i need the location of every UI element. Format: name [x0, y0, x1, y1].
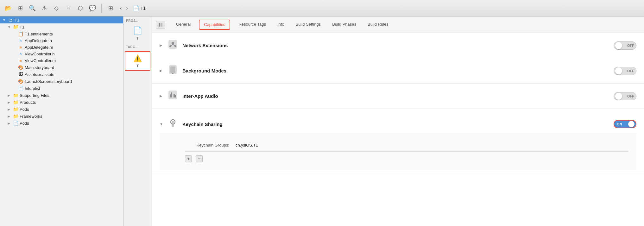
- tab-resource-tags[interactable]: Resource Tags: [233, 16, 271, 33]
- bottom-separator: [152, 173, 644, 173]
- sidebar-item-assets[interactable]: 🖼 Assets.xcassets: [0, 71, 123, 78]
- speech-icon[interactable]: 💬: [88, 4, 97, 13]
- capabilities-content: ▶ Network Extensions: [152, 33, 644, 226]
- sidebar-item-label: Supporting Files: [20, 93, 49, 98]
- sidebar-item-label: Assets.xcassets: [25, 72, 54, 77]
- capability-keychain-sharing: ▼ Keychain Sharing: [152, 109, 644, 170]
- sidebar-item-label: Pods: [20, 107, 29, 112]
- sidebar-root-t1[interactable]: ▼ 🗂 T1: [0, 16, 123, 23]
- sidebar-item-label: Frameworks: [20, 114, 42, 119]
- assets-icon: 🖼: [18, 72, 23, 77]
- toggle-off-switch[interactable]: OFF: [614, 41, 636, 50]
- warning-icon[interactable]: ⚠: [40, 4, 49, 13]
- folder-icon: 📁: [13, 107, 18, 112]
- grid2-icon[interactable]: ⊞: [106, 4, 115, 13]
- tab-bar: General Capabilities Resource Tags Info …: [152, 16, 644, 33]
- sidebar-item-pods[interactable]: ▶ 📁 Pods: [0, 106, 123, 113]
- tab-build-rules[interactable]: Build Rules: [362, 16, 394, 33]
- search-icon[interactable]: 🔍: [28, 4, 37, 13]
- main-layout: ▼ 🗂 T1 ▼ 📁 T1 📋 T1.entitlements h AppDel…: [0, 16, 644, 226]
- tab-info[interactable]: Info: [272, 16, 290, 33]
- remove-keychain-group-button[interactable]: −: [196, 155, 203, 162]
- sidebar-item-label: LaunchScreen.storyboard: [25, 79, 72, 84]
- toolbar-separator: [101, 4, 102, 13]
- tag-icon[interactable]: ⬡: [76, 4, 85, 13]
- folder-icon: 📁: [13, 24, 18, 29]
- sidebar-item-label: Main.storyboard: [25, 65, 54, 70]
- sidebar-item-label: T1: [15, 18, 19, 22]
- keychain-sharing-toggle[interactable]: ON: [614, 120, 636, 128]
- toggle-off-switch[interactable]: OFF: [614, 67, 636, 75]
- keychain-actions: + −: [185, 152, 629, 164]
- svg-point-10: [172, 73, 174, 74]
- svg-point-18: [172, 121, 174, 123]
- header-icon: h: [18, 52, 23, 56]
- breadcrumb-title: T1: [141, 6, 146, 11]
- sidebar-item-appdelegate-m[interactable]: m AppDelegate.m: [0, 44, 123, 51]
- capability-inter-app-audio: ▶ Inter-App Audio: [152, 84, 644, 109]
- sidebar-item-pods2[interactable]: ▶ 📄 Pods: [0, 120, 123, 127]
- svg-rect-9: [170, 66, 175, 73]
- project-icon: 🗂: [8, 17, 13, 22]
- sidebar-item-info-plist[interactable]: 📄 Info.plist: [0, 85, 123, 92]
- folder-icon: 📁: [13, 93, 18, 98]
- svg-rect-15: [175, 95, 176, 97]
- disclosure-icon: ▶: [8, 122, 11, 125]
- toggle-off-label: OFF: [627, 94, 634, 98]
- pods-file-icon: 📄: [13, 121, 18, 126]
- sidebar-item-launchscreen[interactable]: 🎨 LaunchScreen.storyboard: [0, 78, 123, 85]
- sidebar-item-main-storyboard[interactable]: 🎨 Main.storyboard: [0, 64, 123, 71]
- tab-general[interactable]: General: [170, 16, 196, 33]
- svg-point-3: [172, 42, 174, 44]
- sidebar-item-viewcontroller-h[interactable]: h ViewController.h: [0, 51, 123, 57]
- breadcrumb: 📄 T1: [133, 5, 146, 11]
- grid-icon[interactable]: ⊞: [16, 4, 25, 13]
- svg-rect-0: [159, 23, 160, 27]
- sidebar-item-frameworks[interactable]: ▶ 📁 Frameworks: [0, 113, 123, 120]
- header-icon: h: [18, 39, 23, 43]
- toggle-on-label: ON: [617, 122, 622, 126]
- targ-item[interactable]: ⚠️ T: [125, 51, 150, 71]
- panel-toggle-button[interactable]: [156, 21, 165, 28]
- disclosure-icon[interactable]: ▶: [160, 43, 165, 47]
- keychain-sharing-title: Keychain Sharing: [182, 122, 614, 127]
- diamond-icon[interactable]: ◇: [52, 4, 61, 13]
- sidebar-item-label: T1.entitlements: [25, 32, 53, 36]
- tab-build-phases[interactable]: Build Phases: [326, 16, 362, 33]
- toggle-off-switch[interactable]: OFF: [614, 92, 636, 100]
- tab-capabilities[interactable]: Capabilities: [199, 20, 230, 30]
- lines-icon[interactable]: ≡: [64, 4, 73, 13]
- background-modes-toggle[interactable]: OFF: [614, 67, 636, 75]
- folder-icon[interactable]: 📂: [4, 4, 13, 13]
- sidebar-item-t1-group[interactable]: ▼ 📁 T1: [0, 23, 123, 30]
- forward-button[interactable]: ›: [124, 4, 129, 12]
- inter-app-audio-toggle[interactable]: OFF: [614, 92, 636, 100]
- sidebar-item-products[interactable]: ▶ 📁 Products: [0, 99, 123, 106]
- capability-network-extensions: ▶ Network Extensions: [152, 33, 644, 58]
- sidebar-item-entitlements[interactable]: 📋 T1.entitlements: [0, 30, 123, 37]
- folder-icon: 📁: [13, 100, 18, 105]
- sidebar-item-appdelegate-h[interactable]: h AppDelegate.h: [0, 37, 123, 44]
- disclosure-icon: ▶: [8, 108, 11, 111]
- toggle-on-switch[interactable]: ON: [614, 120, 636, 128]
- sidebar: ▼ 🗂 T1 ▼ 📁 T1 📋 T1.entitlements h AppDel…: [0, 16, 123, 226]
- svg-rect-13: [174, 94, 175, 97]
- sidebar-item-label: ViewController.m: [25, 58, 56, 63]
- disclosure-icon[interactable]: ▼: [160, 122, 165, 126]
- disclosure-icon[interactable]: ▶: [160, 69, 165, 73]
- source-icon: m: [18, 45, 23, 49]
- disclosure-icon[interactable]: ▶: [160, 94, 165, 98]
- tab-build-settings[interactable]: Build Settings: [290, 16, 327, 33]
- back-button[interactable]: ‹: [118, 4, 123, 12]
- inter-app-audio-icon: [167, 89, 179, 103]
- network-extensions-icon: [167, 39, 179, 52]
- network-extensions-toggle[interactable]: OFF: [614, 41, 636, 50]
- proj-section-label: PROJ...: [123, 16, 152, 24]
- disclosure-icon: ▼: [3, 18, 6, 22]
- sidebar-item-supporting-files[interactable]: ▶ 📁 Supporting Files: [0, 92, 123, 99]
- add-keychain-group-button[interactable]: +: [185, 155, 192, 162]
- proj-item[interactable]: 📄 T: [123, 24, 152, 43]
- sidebar-item-viewcontroller-m[interactable]: m ViewController.m: [0, 57, 123, 64]
- svg-rect-14: [170, 94, 171, 97]
- targ-item-label: T: [136, 64, 139, 68]
